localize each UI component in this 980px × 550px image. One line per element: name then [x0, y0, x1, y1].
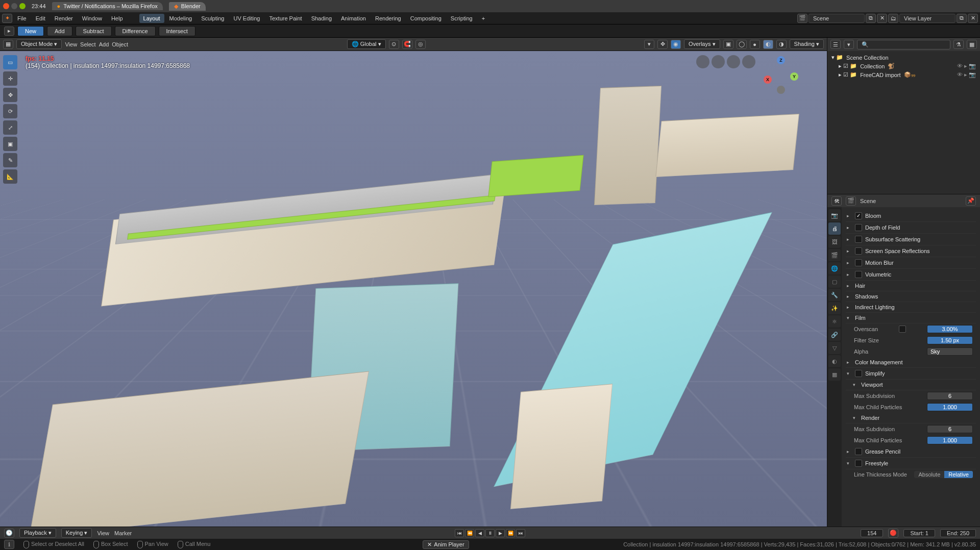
overlay-toggle-icon[interactable]: ◉ [671, 40, 681, 49]
viewlayer-delete-icon[interactable]: ✕ [968, 14, 978, 23]
seg-linethickness[interactable]: Absolute Relative [914, 471, 973, 478]
dropdown-alpha[interactable]: Sky [927, 347, 973, 356]
panel-bloom[interactable]: ▸Bloom [846, 210, 976, 222]
nav-ortho-icon[interactable] [742, 55, 755, 68]
axis-z[interactable]: Z [777, 56, 785, 64]
tab-modifier-icon[interactable]: 🔧 [828, 289, 841, 301]
panel-ssr[interactable]: ▸Screen Space Reflections [846, 245, 976, 257]
mode-dropdown[interactable]: Object Mode ▾ [16, 39, 62, 49]
nav-zoom-icon[interactable] [696, 55, 709, 68]
os-tab-firefox[interactable]: ●Twitter / Notifications – Mozilla Firef… [52, 2, 163, 10]
workspace-tab-rendering[interactable]: Rendering [371, 14, 405, 23]
play-forward-icon[interactable]: ▶ [496, 529, 505, 537]
play-reverse-icon[interactable]: ◀ [475, 529, 484, 537]
menu-window[interactable]: Window [78, 14, 106, 23]
tab-object-icon[interactable]: ▢ [828, 276, 841, 288]
outliner-row-toggles[interactable]: 👁 ▸ 📷 [957, 63, 976, 69]
status-editor-icon[interactable]: ℹ [4, 540, 14, 549]
editor-type-icon[interactable]: ▦ [3, 40, 13, 49]
menu-render[interactable]: Render [51, 14, 77, 23]
outliner-display-icon[interactable]: ▾ [844, 40, 854, 49]
checkbox-bloom[interactable] [855, 212, 862, 219]
scene-name-field[interactable]: Scene [808, 14, 865, 23]
window-controls[interactable] [3, 3, 26, 9]
timeline-marker[interactable]: Marker [114, 530, 132, 536]
shading-dropdown[interactable]: Shading ▾ [790, 39, 824, 49]
shading-rendered-icon[interactable]: ◑ [776, 40, 787, 49]
props-editor-icon[interactable]: 🛠 [831, 196, 842, 206]
gizmo-toggle-icon[interactable]: ✥ [657, 40, 668, 49]
panel-simplify[interactable]: ▾Simplify [846, 368, 976, 380]
anim-player-chip[interactable]: ✕Anim Player [423, 540, 469, 549]
panel-grease[interactable]: ▸Grease Pencil [846, 446, 976, 458]
axis-y[interactable]: Y [790, 72, 798, 81]
outliner-search[interactable]: 🔍 [857, 40, 950, 49]
tab-material-icon[interactable]: ◐ [828, 355, 841, 367]
checkbox-freestyle[interactable] [855, 460, 862, 467]
blender-logo-icon[interactable]: ✦ [2, 14, 12, 23]
proportional-icon[interactable]: ◎ [415, 40, 426, 49]
panel-freestyle[interactable]: ▾Freestyle [846, 458, 976, 469]
workspace-tab-modeling[interactable]: Modeling [165, 14, 197, 23]
field-vp-maxchild[interactable]: 1.000 [927, 403, 973, 411]
op-add[interactable]: Add [47, 26, 72, 36]
tool-move-icon[interactable]: ✥ [3, 88, 17, 102]
timeline-view[interactable]: View [97, 530, 109, 536]
keyframe-next-icon[interactable]: ⏩ [506, 529, 515, 537]
op-difference[interactable]: Difference [115, 26, 156, 36]
tool-measure-icon[interactable]: 📐 [3, 169, 17, 184]
props-pin-icon[interactable]: 📌 [966, 196, 976, 206]
orientation-dropdown[interactable]: 🌐 Global ▾ [347, 39, 386, 49]
overlays-dropdown[interactable]: Overlays ▾ [684, 39, 720, 49]
axis-x[interactable]: X [764, 76, 772, 84]
tab-viewlayer-icon[interactable]: 🖼 [828, 236, 841, 248]
workspace-tab-sculpting[interactable]: Sculpting [197, 14, 228, 23]
field-rn-maxsub[interactable]: 6 [927, 425, 973, 433]
jump-end-icon[interactable]: ⏭ [516, 529, 525, 537]
menu-file[interactable]: File [13, 14, 31, 23]
checkbox-grease[interactable] [855, 448, 862, 455]
shading-wire-icon[interactable]: ◯ [737, 40, 747, 49]
checkbox-volumetric[interactable] [855, 271, 862, 278]
viewlayer-name-field[interactable]: View Layer [899, 14, 955, 23]
field-overscan[interactable]: 3.00% [927, 325, 973, 333]
checkbox-simplify[interactable] [855, 370, 862, 377]
min-dot[interactable] [11, 3, 17, 9]
keyframe-prev-icon[interactable]: ⏪ [465, 529, 474, 537]
play-icon[interactable]: ▸ [4, 27, 14, 36]
checkbox-overscan[interactable] [899, 326, 906, 333]
tool-rotate-icon[interactable]: ⟳ [3, 104, 17, 118]
max-dot[interactable] [19, 3, 26, 9]
tab-scene-icon[interactable]: 🎬 [828, 249, 841, 261]
close-icon[interactable]: ✕ [427, 541, 432, 548]
keying-dropdown[interactable]: Keying ▾ [61, 528, 92, 538]
scene-new-icon[interactable]: ⧉ [866, 14, 876, 23]
tab-constraints-icon[interactable]: 🔗 [828, 329, 841, 341]
seg-relative[interactable]: Relative [944, 471, 973, 478]
3d-viewport[interactable]: ▭ ✛ ✥ ⟳ ⤢ ▣ ✎ 📐 fps: 11.15 (154) Collect… [0, 51, 827, 527]
timeline-editor-icon[interactable]: 🕒 [4, 529, 14, 538]
tool-select-icon[interactable]: ▭ [3, 55, 17, 69]
nav-camera-icon[interactable] [727, 55, 740, 68]
workspace-tab-uvediting[interactable]: UV Editing [229, 14, 264, 23]
outliner-editor-icon[interactable]: ☰ [830, 40, 841, 49]
outliner-new-collection-icon[interactable]: ▦ [967, 40, 977, 49]
panel-indirect[interactable]: ▸Indirect Lighting [846, 302, 976, 313]
workspace-tab-layout[interactable]: Layout [139, 14, 164, 23]
outliner-collection[interactable]: ▸ ☑ 📁 Collection 🐒 👁 ▸ 📷 [828, 62, 979, 70]
menu-edit[interactable]: Edit [32, 14, 50, 23]
jump-start-icon[interactable]: ⏮ [455, 529, 464, 537]
vp-menu-object[interactable]: Object [112, 41, 128, 47]
panel-simplify-render[interactable]: ▾Render [846, 413, 976, 423]
tab-output-icon[interactable]: 🖨 [828, 222, 841, 235]
panel-motionblur[interactable]: ▸Motion Blur [846, 257, 976, 269]
outliner-scene-collection[interactable]: ▾ 📁 Scene Collection [828, 53, 979, 62]
seg-absolute[interactable]: Absolute [914, 471, 944, 478]
pause-icon[interactable]: ⏸ [485, 529, 495, 537]
props-context-icon[interactable]: 🎬 [846, 196, 856, 206]
panel-colorman[interactable]: ▸Color Management [846, 357, 976, 368]
playback-dropdown[interactable]: Playback ▾ [19, 528, 56, 538]
workspace-tab-compositing[interactable]: Compositing [406, 14, 446, 23]
panel-sss[interactable]: ▸Subsurface Scattering [846, 234, 976, 245]
workspace-tab-shading[interactable]: Shading [307, 14, 336, 23]
